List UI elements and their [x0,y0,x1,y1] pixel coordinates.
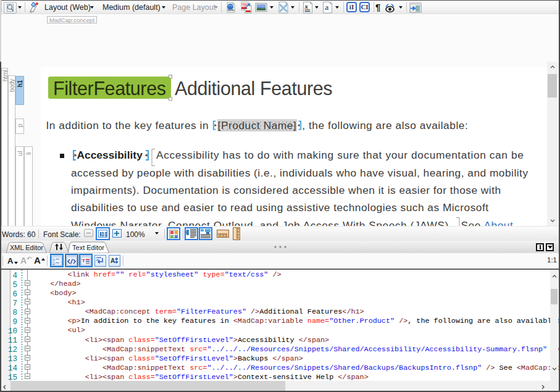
svg-text:a: a [325,2,329,12]
svg-text:XML Editor: XML Editor [10,244,43,251]
svg-text:A: A [111,257,115,264]
svg-text:Text Editor: Text Editor [72,244,104,251]
svg-text:T: T [82,258,85,264]
svg-text:x: x [304,2,309,10]
